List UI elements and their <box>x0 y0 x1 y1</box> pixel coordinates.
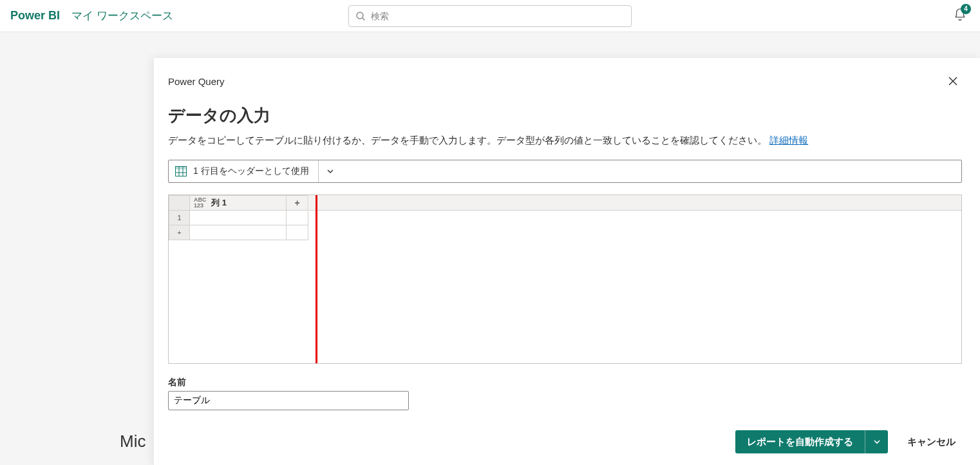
background-partial-text: Mic <box>120 432 146 451</box>
datatype-icon: ABC123 <box>194 197 207 209</box>
notification-badge: 4 <box>961 4 971 14</box>
notifications-button[interactable]: 4 <box>953 8 967 24</box>
use-first-row-as-header-button[interactable]: 1 行目をヘッダーとして使用 <box>168 160 962 183</box>
auto-create-report-dropdown[interactable] <box>865 430 888 453</box>
add-row-pad1 <box>190 225 287 240</box>
name-label: 名前 <box>168 377 962 388</box>
top-bar: Power BI マイ ワークスペース 4 <box>0 0 980 32</box>
svg-rect-5 <box>176 167 187 169</box>
svg-point-0 <box>357 12 363 19</box>
name-section: 名前 <box>168 377 962 410</box>
grid-corner <box>169 196 190 211</box>
data-grid-wrap: ABC123 列 1 + 1 + <box>168 195 962 364</box>
add-row[interactable]: + <box>169 225 308 240</box>
app-name: Power BI <box>10 9 60 23</box>
table-row[interactable]: 1 <box>169 211 308 225</box>
column-header-1[interactable]: ABC123 列 1 <box>190 196 287 211</box>
chevron-down-icon <box>326 167 334 175</box>
use-first-row-label: 1 行目をヘッダーとして使用 <box>193 166 309 177</box>
add-row-pad2 <box>287 225 308 240</box>
power-query-modal: Power Query データの入力 データをコピーしてテーブルに貼り付けるか、… <box>153 58 980 465</box>
modal-header: Power Query <box>168 72 962 90</box>
search-wrap <box>348 5 632 27</box>
modal-footer: レポートを自動作成する キャンセル <box>735 430 962 453</box>
data-grid[interactable]: ABC123 列 1 + 1 + <box>169 195 308 240</box>
modal-description: データをコピーしてテーブルに貼り付けるか、データを手動で入力します。データ型が各… <box>168 135 962 147</box>
cell-r1-addpad <box>287 211 308 225</box>
close-button[interactable] <box>944 72 962 90</box>
search-input[interactable] <box>371 11 625 21</box>
chevron-down-icon <box>873 438 881 446</box>
search-icon <box>355 11 366 21</box>
use-first-row-dropdown[interactable] <box>319 160 342 182</box>
cancel-button[interactable]: キャンセル <box>901 430 962 453</box>
table-icon <box>175 166 187 176</box>
svg-line-1 <box>363 18 365 21</box>
column-name: 列 1 <box>211 198 227 207</box>
search-box[interactable] <box>348 5 632 27</box>
modal-description-text: データをコピーしてテーブルに貼り付けるか、データを手動で入力します。データ型が各… <box>168 135 767 146</box>
add-column-button[interactable]: + <box>287 196 308 211</box>
cell-r1-c1[interactable] <box>190 211 287 225</box>
auto-create-report-button[interactable]: レポートを自動作成する <box>735 430 888 453</box>
modal-breadcrumb: Power Query <box>168 76 944 87</box>
learn-more-link[interactable]: 詳細情報 <box>769 135 808 146</box>
row-number: 1 <box>169 211 190 225</box>
table-name-input[interactable] <box>168 391 409 410</box>
auto-create-report-label[interactable]: レポートを自動作成する <box>735 430 865 453</box>
use-first-row-main[interactable]: 1 行目をヘッダーとして使用 <box>169 160 319 182</box>
modal-title: データの入力 <box>168 104 962 127</box>
close-icon <box>948 76 958 86</box>
grid-header-extend <box>309 195 961 211</box>
add-row-button[interactable]: + <box>169 225 190 240</box>
workspace-name[interactable]: マイ ワークスペース <box>71 8 173 23</box>
